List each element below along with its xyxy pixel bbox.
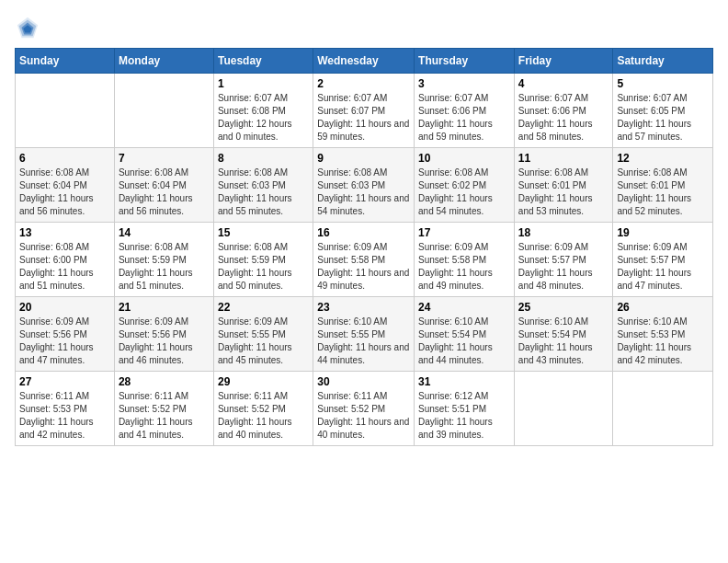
calendar-cell: 11Sunrise: 6:08 AMSunset: 6:01 PMDayligh…	[514, 148, 613, 223]
day-number: 19	[617, 226, 709, 239]
day-info: Sunrise: 6:09 AMSunset: 5:57 PMDaylight:…	[518, 241, 609, 293]
day-number: 17	[418, 226, 510, 239]
calendar-cell: 19Sunrise: 6:09 AMSunset: 5:57 PMDayligh…	[613, 223, 713, 297]
calendar-cell: 26Sunrise: 6:10 AMSunset: 5:53 PMDayligh…	[613, 297, 713, 372]
calendar-cell: 14Sunrise: 6:08 AMSunset: 5:59 PMDayligh…	[114, 223, 213, 297]
day-number: 1	[218, 77, 309, 90]
day-number: 13	[19, 226, 110, 239]
day-number: 15	[218, 226, 309, 239]
day-info: Sunrise: 6:07 AMSunset: 6:06 PMDaylight:…	[518, 92, 609, 144]
week-row-2: 6Sunrise: 6:08 AMSunset: 6:04 PMDaylight…	[16, 148, 713, 223]
calendar-cell	[16, 74, 115, 148]
day-number: 22	[218, 301, 309, 314]
day-number: 21	[119, 301, 210, 314]
day-number: 4	[518, 77, 609, 90]
day-number: 12	[617, 152, 709, 165]
calendar-cell: 29Sunrise: 6:11 AMSunset: 5:52 PMDayligh…	[213, 372, 313, 446]
day-info: Sunrise: 6:08 AMSunset: 6:04 PMDaylight:…	[119, 167, 210, 218]
day-number: 27	[19, 375, 110, 388]
day-number: 14	[119, 226, 210, 239]
day-info: Sunrise: 6:11 AMSunset: 5:52 PMDaylight:…	[119, 390, 210, 442]
day-number: 31	[418, 375, 510, 388]
calendar-body: 1Sunrise: 6:07 AMSunset: 6:08 PMDaylight…	[16, 74, 713, 446]
day-number: 30	[317, 375, 410, 388]
day-info: Sunrise: 6:09 AMSunset: 5:56 PMDaylight:…	[19, 316, 110, 367]
weekday-saturday: Saturday	[613, 49, 713, 74]
calendar-cell: 1Sunrise: 6:07 AMSunset: 6:08 PMDaylight…	[213, 74, 313, 148]
day-number: 25	[518, 301, 609, 314]
day-info: Sunrise: 6:08 AMSunset: 6:03 PMDaylight:…	[317, 167, 410, 218]
day-info: Sunrise: 6:10 AMSunset: 5:54 PMDaylight:…	[518, 316, 609, 367]
calendar-cell: 31Sunrise: 6:12 AMSunset: 5:51 PMDayligh…	[415, 372, 515, 446]
calendar-cell: 4Sunrise: 6:07 AMSunset: 6:06 PMDaylight…	[514, 74, 613, 148]
day-info: Sunrise: 6:08 AMSunset: 6:00 PMDaylight:…	[19, 241, 110, 293]
day-info: Sunrise: 6:07 AMSunset: 6:07 PMDaylight:…	[317, 92, 410, 144]
day-number: 28	[119, 375, 210, 388]
calendar-cell: 18Sunrise: 6:09 AMSunset: 5:57 PMDayligh…	[514, 223, 613, 297]
day-info: Sunrise: 6:08 AMSunset: 5:59 PMDaylight:…	[119, 241, 210, 293]
calendar-table: SundayMondayTuesdayWednesdayThursdayFrid…	[15, 48, 713, 446]
calendar-cell: 17Sunrise: 6:09 AMSunset: 5:58 PMDayligh…	[415, 223, 515, 297]
page-header	[15, 15, 713, 40]
weekday-wednesday: Wednesday	[313, 49, 415, 74]
day-info: Sunrise: 6:10 AMSunset: 5:55 PMDaylight:…	[317, 316, 410, 367]
day-info: Sunrise: 6:09 AMSunset: 5:57 PMDaylight:…	[617, 241, 709, 293]
day-number: 11	[518, 152, 609, 165]
calendar-cell: 12Sunrise: 6:08 AMSunset: 6:01 PMDayligh…	[613, 148, 713, 223]
calendar-cell: 21Sunrise: 6:09 AMSunset: 5:56 PMDayligh…	[114, 297, 213, 372]
day-number: 7	[119, 152, 210, 165]
day-info: Sunrise: 6:09 AMSunset: 5:56 PMDaylight:…	[119, 316, 210, 367]
day-info: Sunrise: 6:08 AMSunset: 6:01 PMDaylight:…	[518, 167, 609, 218]
day-number: 9	[317, 152, 410, 165]
calendar-cell: 6Sunrise: 6:08 AMSunset: 6:04 PMDaylight…	[16, 148, 115, 223]
day-number: 5	[617, 77, 709, 90]
day-number: 20	[19, 301, 110, 314]
week-row-3: 13Sunrise: 6:08 AMSunset: 6:00 PMDayligh…	[16, 223, 713, 297]
calendar-cell: 7Sunrise: 6:08 AMSunset: 6:04 PMDaylight…	[114, 148, 213, 223]
day-number: 10	[418, 152, 510, 165]
day-info: Sunrise: 6:07 AMSunset: 6:08 PMDaylight:…	[218, 92, 309, 144]
day-number: 6	[19, 152, 110, 165]
day-info: Sunrise: 6:08 AMSunset: 5:59 PMDaylight:…	[218, 241, 309, 293]
day-number: 2	[317, 77, 410, 90]
weekday-thursday: Thursday	[415, 49, 515, 74]
calendar-cell: 5Sunrise: 6:07 AMSunset: 6:05 PMDaylight…	[613, 74, 713, 148]
calendar-cell: 25Sunrise: 6:10 AMSunset: 5:54 PMDayligh…	[514, 297, 613, 372]
day-info: Sunrise: 6:07 AMSunset: 6:06 PMDaylight:…	[418, 92, 510, 144]
week-row-1: 1Sunrise: 6:07 AMSunset: 6:08 PMDaylight…	[16, 74, 713, 148]
calendar-cell: 15Sunrise: 6:08 AMSunset: 5:59 PMDayligh…	[213, 223, 313, 297]
day-number: 26	[617, 301, 709, 314]
day-info: Sunrise: 6:08 AMSunset: 6:04 PMDaylight:…	[19, 167, 110, 218]
day-number: 18	[518, 226, 609, 239]
calendar-cell: 22Sunrise: 6:09 AMSunset: 5:55 PMDayligh…	[213, 297, 313, 372]
calendar-cell: 30Sunrise: 6:11 AMSunset: 5:52 PMDayligh…	[313, 372, 415, 446]
day-info: Sunrise: 6:10 AMSunset: 5:54 PMDaylight:…	[418, 316, 510, 367]
weekday-friday: Friday	[514, 49, 613, 74]
day-info: Sunrise: 6:08 AMSunset: 6:01 PMDaylight:…	[617, 167, 709, 218]
week-row-5: 27Sunrise: 6:11 AMSunset: 5:53 PMDayligh…	[16, 372, 713, 446]
week-row-4: 20Sunrise: 6:09 AMSunset: 5:56 PMDayligh…	[16, 297, 713, 372]
logo	[15, 15, 44, 40]
day-number: 8	[218, 152, 309, 165]
day-info: Sunrise: 6:09 AMSunset: 5:58 PMDaylight:…	[317, 241, 410, 293]
day-info: Sunrise: 6:12 AMSunset: 5:51 PMDaylight:…	[418, 390, 510, 442]
day-info: Sunrise: 6:08 AMSunset: 6:02 PMDaylight:…	[418, 167, 510, 218]
calendar-cell: 10Sunrise: 6:08 AMSunset: 6:02 PMDayligh…	[415, 148, 515, 223]
day-info: Sunrise: 6:10 AMSunset: 5:53 PMDaylight:…	[617, 316, 709, 367]
calendar-cell: 9Sunrise: 6:08 AMSunset: 6:03 PMDaylight…	[313, 148, 415, 223]
weekday-header: SundayMondayTuesdayWednesdayThursdayFrid…	[16, 49, 713, 74]
day-number: 23	[317, 301, 410, 314]
day-number: 24	[418, 301, 510, 314]
day-number: 16	[317, 226, 410, 239]
calendar-cell: 23Sunrise: 6:10 AMSunset: 5:55 PMDayligh…	[313, 297, 415, 372]
logo-icon	[15, 15, 40, 40]
calendar-cell: 24Sunrise: 6:10 AMSunset: 5:54 PMDayligh…	[415, 297, 515, 372]
calendar-cell: 8Sunrise: 6:08 AMSunset: 6:03 PMDaylight…	[213, 148, 313, 223]
day-info: Sunrise: 6:07 AMSunset: 6:05 PMDaylight:…	[617, 92, 709, 144]
day-info: Sunrise: 6:11 AMSunset: 5:52 PMDaylight:…	[317, 390, 410, 442]
calendar-cell: 27Sunrise: 6:11 AMSunset: 5:53 PMDayligh…	[16, 372, 115, 446]
calendar-cell: 20Sunrise: 6:09 AMSunset: 5:56 PMDayligh…	[16, 297, 115, 372]
weekday-tuesday: Tuesday	[213, 49, 313, 74]
calendar-cell: 16Sunrise: 6:09 AMSunset: 5:58 PMDayligh…	[313, 223, 415, 297]
calendar-cell: 2Sunrise: 6:07 AMSunset: 6:07 PMDaylight…	[313, 74, 415, 148]
